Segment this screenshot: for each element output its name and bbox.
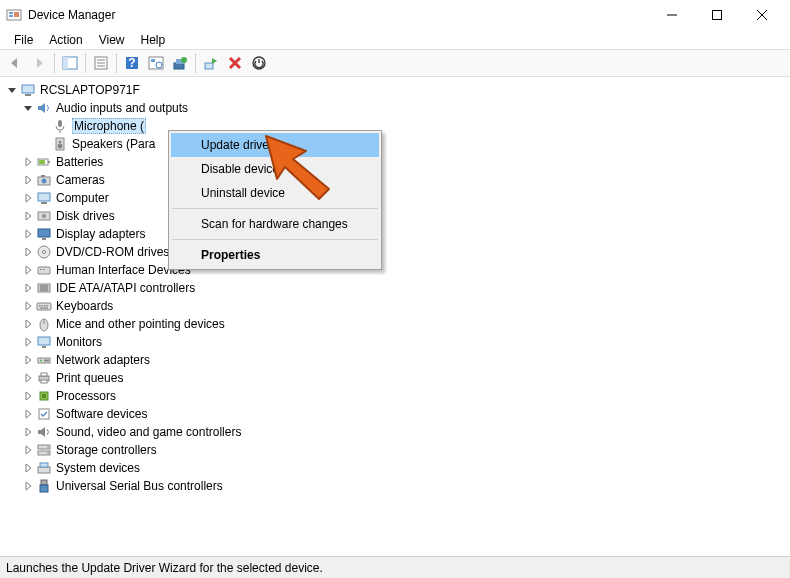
- expander-closed-icon[interactable]: [20, 388, 36, 404]
- svg-rect-69: [41, 373, 47, 376]
- expander-closed-icon[interactable]: [20, 298, 36, 314]
- storage-icon: [36, 442, 52, 458]
- expander-closed-icon[interactable]: [20, 316, 36, 332]
- tree-category-mice-and-other-pointing-devices[interactable]: Mice and other pointing devices: [4, 315, 790, 333]
- menu-view[interactable]: View: [91, 32, 133, 48]
- show-hide-console-tree-button[interactable]: [59, 52, 81, 74]
- tree-category-software-devices[interactable]: Software devices: [4, 405, 790, 423]
- back-button[interactable]: [4, 52, 26, 74]
- disable-device-button[interactable]: [248, 52, 270, 74]
- menu-file[interactable]: File: [6, 32, 41, 48]
- tree-category-network-adapters[interactable]: Network adapters: [4, 351, 790, 369]
- svg-point-32: [58, 144, 63, 149]
- sound-icon: [36, 424, 52, 440]
- mouse-icon: [36, 316, 52, 332]
- expander-closed-icon[interactable]: [20, 154, 36, 170]
- tree-category-audio[interactable]: Audio inputs and outputs: [4, 99, 790, 117]
- context-menu-scan-hardware[interactable]: Scan for hardware changes: [171, 212, 379, 236]
- expander-closed-icon[interactable]: [20, 190, 36, 206]
- tree-item-microphone[interactable]: Microphone (: [4, 117, 790, 135]
- context-menu-properties[interactable]: Properties: [171, 243, 379, 267]
- scan-hardware-button[interactable]: [145, 52, 167, 74]
- update-driver-toolbar-button[interactable]: [169, 52, 191, 74]
- context-menu: Update driver Disable device Uninstall d…: [168, 130, 382, 270]
- menubar: File Action View Help: [0, 30, 790, 49]
- svg-point-21: [181, 57, 187, 63]
- svg-rect-48: [38, 267, 50, 274]
- context-menu-update-driver[interactable]: Update driver: [171, 133, 379, 157]
- expander-closed-icon[interactable]: [20, 208, 36, 224]
- audio-icon: [36, 100, 52, 116]
- uninstall-device-button[interactable]: [224, 52, 246, 74]
- tree-category-system-devices[interactable]: System devices: [4, 459, 790, 477]
- context-menu-disable-device[interactable]: Disable device: [171, 157, 379, 181]
- svg-rect-72: [42, 394, 46, 398]
- expander-closed-icon[interactable]: [20, 334, 36, 350]
- svg-rect-40: [41, 202, 47, 204]
- tree-category-human-interface-devices[interactable]: Human Interface Devices: [4, 261, 790, 279]
- svg-rect-44: [38, 229, 50, 237]
- properties-button[interactable]: [90, 52, 112, 74]
- tree-category-print-queues[interactable]: Print queues: [4, 369, 790, 387]
- tree-category-display-adapters[interactable]: Display adapters: [4, 225, 790, 243]
- svg-rect-63: [38, 337, 50, 345]
- system-icon: [36, 460, 52, 476]
- svg-rect-38: [41, 175, 45, 177]
- dvd-icon: [36, 244, 52, 260]
- tree-category-computer[interactable]: Computer: [4, 189, 790, 207]
- tree-label: Display adapters: [56, 227, 145, 241]
- tree-category-processors[interactable]: Processors: [4, 387, 790, 405]
- expander-closed-icon[interactable]: [20, 460, 36, 476]
- expander-open-icon[interactable]: [4, 82, 20, 98]
- device-tree[interactable]: RCSLAPTOP971FAudio inputs and outputsMic…: [0, 77, 790, 548]
- maximize-button[interactable]: [694, 0, 739, 30]
- context-menu-uninstall-device[interactable]: Uninstall device: [171, 181, 379, 205]
- enable-device-button[interactable]: [200, 52, 222, 74]
- tree-category-universal-serial-bus-controllers[interactable]: Universal Serial Bus controllers: [4, 477, 790, 495]
- forward-button[interactable]: [28, 52, 50, 74]
- expander-closed-icon[interactable]: [20, 280, 36, 296]
- svg-rect-39: [38, 193, 50, 201]
- expander-closed-icon[interactable]: [20, 406, 36, 422]
- expander-closed-icon[interactable]: [20, 352, 36, 368]
- expander-closed-icon[interactable]: [20, 442, 36, 458]
- expander-closed-icon[interactable]: [20, 262, 36, 278]
- app-icon: [6, 7, 22, 23]
- expander-closed-icon[interactable]: [20, 172, 36, 188]
- tree-item-speakers[interactable]: Speakers (Para: [4, 135, 790, 153]
- help-button[interactable]: ?: [121, 52, 143, 74]
- tree-category-dvd-cd-rom-drives[interactable]: DVD/CD-ROM drives: [4, 243, 790, 261]
- minimize-button[interactable]: [649, 0, 694, 30]
- titlebar: Device Manager: [0, 0, 790, 30]
- close-button[interactable]: [739, 0, 784, 30]
- expander-closed-icon[interactable]: [20, 424, 36, 440]
- usb-icon: [36, 478, 52, 494]
- tree-category-monitors[interactable]: Monitors: [4, 333, 790, 351]
- menu-help[interactable]: Help: [133, 32, 174, 48]
- svg-point-47: [43, 251, 46, 254]
- tree-label: Keyboards: [56, 299, 113, 313]
- svg-rect-57: [42, 305, 44, 307]
- expander-closed-icon[interactable]: [20, 370, 36, 386]
- tree-label: Audio inputs and outputs: [56, 101, 188, 115]
- expander-closed-icon[interactable]: [20, 244, 36, 260]
- tree-category-keyboards[interactable]: Keyboards: [4, 297, 790, 315]
- tree-category-batteries[interactable]: Batteries: [4, 153, 790, 171]
- tree-root[interactable]: RCSLAPTOP971F: [4, 81, 790, 99]
- tree-label: Disk drives: [56, 209, 115, 223]
- tree-category-ide-ata-atapi-controllers[interactable]: IDE ATA/ATAPI controllers: [4, 279, 790, 297]
- tree-category-storage-controllers[interactable]: Storage controllers: [4, 441, 790, 459]
- svg-rect-28: [58, 120, 62, 127]
- tree-category-disk-drives[interactable]: Disk drives: [4, 207, 790, 225]
- menu-action[interactable]: Action: [41, 32, 90, 48]
- expander-closed-icon[interactable]: [20, 478, 36, 494]
- expander-closed-icon[interactable]: [20, 226, 36, 242]
- tree-category-cameras[interactable]: Cameras: [4, 171, 790, 189]
- tree-label: Cameras: [56, 173, 105, 187]
- keyboard-icon: [36, 298, 52, 314]
- tree-label: Speakers (Para: [72, 137, 155, 151]
- tree-category-sound-video-and-game-controllers[interactable]: Sound, video and game controllers: [4, 423, 790, 441]
- svg-rect-35: [39, 160, 45, 164]
- printer-icon: [36, 370, 52, 386]
- expander-open-icon[interactable]: [20, 100, 36, 116]
